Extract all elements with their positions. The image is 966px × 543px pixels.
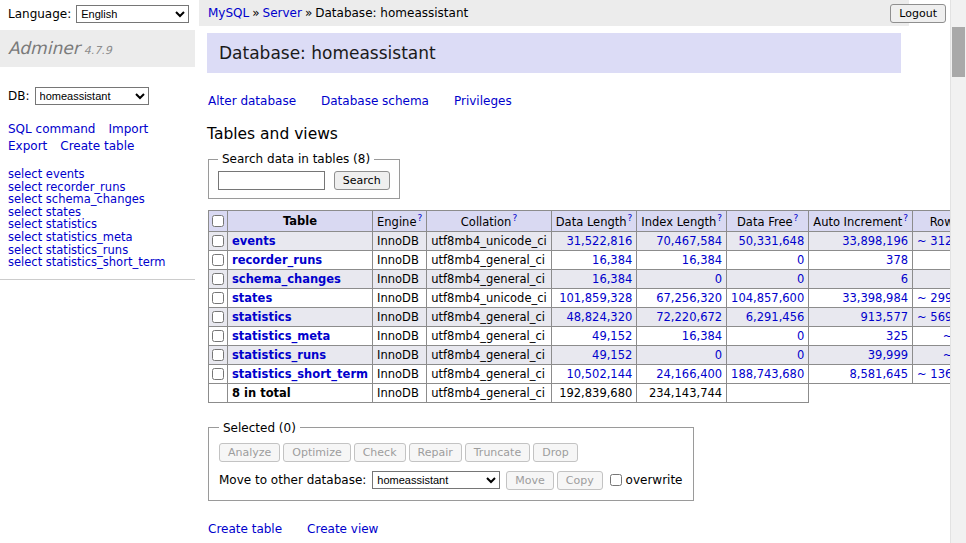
breadcrumb-separator: » xyxy=(305,6,312,20)
breadcrumb: MySQL»Server»Database: homeassistant xyxy=(199,0,909,26)
db-actions: Alter databaseDatabase schemaPrivileges xyxy=(208,94,919,108)
data-length-cell: 48,824,320 xyxy=(551,307,637,326)
help-link[interactable]: ? xyxy=(628,213,633,223)
data-length-cell: 16,384 xyxy=(551,250,637,269)
language-label: Language: xyxy=(8,7,71,21)
table-name-link[interactable]: statistics_meta xyxy=(232,329,330,343)
data-free-cell: 0 xyxy=(727,345,809,364)
optimize-button[interactable]: Optimize xyxy=(283,443,350,462)
sidebar-link[interactable]: Import xyxy=(108,122,148,136)
db-action-link[interactable]: Alter database xyxy=(208,94,296,108)
total-data-free-cell xyxy=(727,383,809,402)
sidebar-link[interactable]: SQL command xyxy=(8,122,95,136)
row-checkbox[interactable] xyxy=(212,273,224,285)
table-name-link[interactable]: statistics xyxy=(232,310,292,324)
repair-button[interactable]: Repair xyxy=(409,443,462,462)
collation-cell: utf8mb4_general_ci xyxy=(427,307,552,326)
tables-header-row: TableEngine?Collation?Data Length?Index … xyxy=(209,211,966,232)
sidebar-table-links: select eventsselect recorder_runsselect … xyxy=(8,168,187,269)
index-length-cell: 16,384 xyxy=(637,326,727,345)
table-row: statesInnoDButf8mb4_unicode_ci101,859,32… xyxy=(209,288,966,307)
index-length-cell: 72,220,672 xyxy=(637,307,727,326)
overwrite-label[interactable]: overwrite xyxy=(626,473,683,487)
help-link[interactable]: ? xyxy=(512,213,517,223)
total-label-cell: 8 in total xyxy=(228,383,373,402)
search-button[interactable]: Search xyxy=(334,171,390,190)
analyze-button[interactable]: Analyze xyxy=(219,443,280,462)
scrollbar-thumb[interactable] xyxy=(952,27,965,77)
db-label: DB: xyxy=(8,89,30,103)
table-name-link[interactable]: schema_changes xyxy=(232,272,341,286)
data-length-cell: 49,152 xyxy=(551,345,637,364)
sidebar-table-link[interactable]: select events xyxy=(8,168,187,181)
auto-increment-cell: 39,999 xyxy=(809,345,913,364)
create-link[interactable]: Create table xyxy=(208,522,282,536)
sidebar-table-link[interactable]: select statistics_meta xyxy=(8,231,187,244)
sidebar-link[interactable]: Create table xyxy=(60,139,134,153)
db-action-link[interactable]: Privileges xyxy=(454,94,512,108)
language-select[interactable]: English xyxy=(76,5,189,23)
row-checkbox[interactable] xyxy=(212,292,224,304)
search-input[interactable] xyxy=(218,171,325,190)
sidebar: Adminer4.7.9 DB:homeassistant SQL comman… xyxy=(0,26,195,543)
auto-increment-cell: 325 xyxy=(809,326,913,345)
data-length-cell: 49,152 xyxy=(551,326,637,345)
move-db-select[interactable]: homeassistant xyxy=(372,471,500,489)
selected-fieldset: Selected (0) AnalyzeOptimizeCheckRepairT… xyxy=(208,421,694,501)
row-checkbox[interactable] xyxy=(212,311,224,323)
help-link[interactable]: ? xyxy=(417,213,422,223)
sidebar-link[interactable]: Export xyxy=(8,139,47,153)
auto-increment-cell: 913,577 xyxy=(809,307,913,326)
copy-button[interactable]: Copy xyxy=(557,471,603,490)
breadcrumb-mysql-link[interactable]: MySQL xyxy=(208,6,249,20)
breadcrumb-server-link[interactable]: Server xyxy=(263,6,302,20)
truncate-button[interactable]: Truncate xyxy=(465,443,530,462)
column-header: Engine? xyxy=(373,211,427,232)
overwrite-checkbox[interactable] xyxy=(610,474,622,486)
index-length-cell: 0 xyxy=(637,269,727,288)
db-select[interactable]: homeassistant xyxy=(35,87,149,105)
help-link[interactable]: ? xyxy=(794,213,799,223)
select-all-cell xyxy=(209,211,228,232)
check-button[interactable]: Check xyxy=(354,443,406,462)
collation-cell: utf8mb4_unicode_ci xyxy=(427,231,552,250)
app-version: 4.7.9 xyxy=(84,44,112,57)
index-length-cell: 67,256,320 xyxy=(637,288,727,307)
table-row: statistics_short_termInnoDButf8mb4_gener… xyxy=(209,364,966,383)
row-checkbox[interactable] xyxy=(212,235,224,247)
create-links: Create tableCreate view xyxy=(208,522,919,536)
row-checkbox[interactable] xyxy=(212,368,224,380)
total-collation-cell: utf8mb4_general_ci xyxy=(427,383,552,402)
index-length-cell: 24,166,400 xyxy=(637,364,727,383)
table-name-link[interactable]: statistics_short_term xyxy=(232,367,368,381)
select-all-checkbox[interactable] xyxy=(212,215,224,227)
help-link[interactable]: ? xyxy=(903,213,908,223)
column-header: Table xyxy=(228,211,373,232)
data-free-cell: 50,331,648 xyxy=(727,231,809,250)
sidebar-table-link[interactable]: select statistics_short_term xyxy=(8,256,187,269)
engine-cell: InnoDB xyxy=(373,269,427,288)
sidebar-table-link[interactable]: select schema_changes xyxy=(8,193,187,206)
move-button[interactable]: Move xyxy=(506,471,554,490)
table-name-link[interactable]: events xyxy=(232,234,276,248)
row-checkbox[interactable] xyxy=(212,349,224,361)
row-checkbox[interactable] xyxy=(212,330,224,342)
language-row: Language:English xyxy=(8,5,189,25)
help-link[interactable]: ? xyxy=(717,213,722,223)
table-name-link[interactable]: statistics_runs xyxy=(232,348,326,362)
drop-button[interactable]: Drop xyxy=(533,443,577,462)
auto-increment-cell: 8,581,645 xyxy=(809,364,913,383)
logout-button[interactable]: Logout xyxy=(890,4,946,23)
column-header: Index Length? xyxy=(637,211,727,232)
data-length-cell: 10,502,144 xyxy=(551,364,637,383)
table-row: eventsInnoDButf8mb4_unicode_ci31,522,816… xyxy=(209,231,966,250)
row-checkbox[interactable] xyxy=(212,254,224,266)
table-name-link[interactable]: states xyxy=(232,291,272,305)
engine-cell: InnoDB xyxy=(373,288,427,307)
search-legend: Search data in tables (8) xyxy=(218,152,374,166)
table-name-link[interactable]: recorder_runs xyxy=(232,253,322,267)
create-link[interactable]: Create view xyxy=(307,522,378,536)
vertical-scrollbar[interactable] xyxy=(950,0,966,543)
db-action-link[interactable]: Database schema xyxy=(321,94,429,108)
column-header: Data Length? xyxy=(551,211,637,232)
